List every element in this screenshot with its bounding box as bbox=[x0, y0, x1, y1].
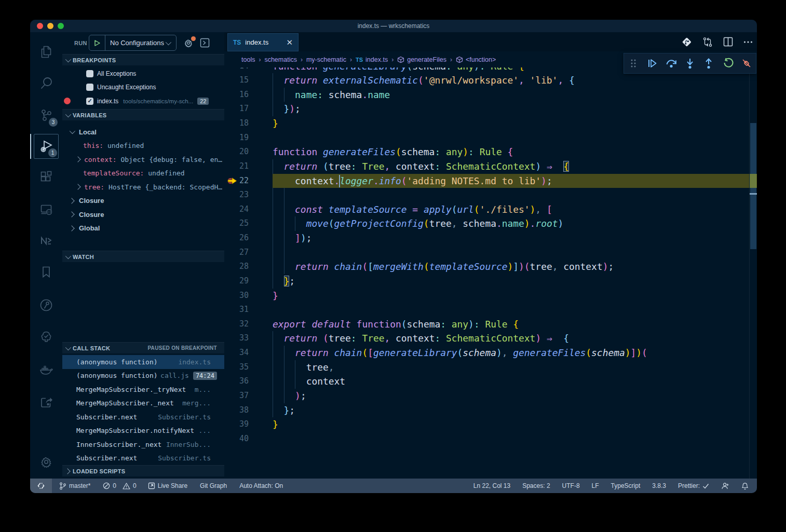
step-over-button[interactable] bbox=[662, 58, 681, 69]
variables-section-header[interactable]: VARIABLES bbox=[62, 109, 224, 120]
branch-icon bbox=[59, 482, 66, 490]
auto-attach-status[interactable]: Auto Attach: On bbox=[239, 482, 283, 489]
live-share-status[interactable]: Live Share bbox=[148, 482, 187, 489]
activity-bar-item-docker[interactable] bbox=[34, 357, 59, 382]
git-action-button[interactable] bbox=[682, 37, 692, 47]
token: = bbox=[412, 204, 418, 215]
breadcrumb-item-generateFiles[interactable]: generateFiles bbox=[397, 56, 446, 63]
activity-bar-item-manage[interactable] bbox=[34, 449, 59, 474]
prettier-status[interactable]: Prettier: bbox=[678, 482, 709, 489]
token: ) bbox=[295, 390, 301, 401]
launch-configuration-dropdown[interactable]: No Configurations bbox=[89, 35, 177, 51]
continue-button[interactable] bbox=[643, 58, 661, 69]
breadcrumb-label: index.ts bbox=[365, 56, 388, 63]
variable-row[interactable]: context: Object {debug: false, en… bbox=[62, 153, 224, 167]
token: 'lib' bbox=[530, 75, 558, 86]
loaded-scripts-section-header[interactable]: LOADED SCRIPTS bbox=[62, 465, 224, 476]
call-stack-frame[interactable]: Subscriber.nextSubscriber.ts bbox=[62, 452, 224, 466]
encoding-status[interactable]: UTF-8 bbox=[562, 482, 580, 489]
language-status[interactable]: TypeScript bbox=[611, 482, 641, 489]
call-stack-frame[interactable]: MergeMapSubscriber._tryNextm... bbox=[62, 383, 224, 397]
activity-bar-item-search[interactable] bbox=[34, 71, 59, 96]
token: templateSource bbox=[329, 204, 407, 215]
title-bar[interactable]: index.ts — wrkschematics bbox=[30, 20, 757, 32]
variables-scope-row[interactable]: Global bbox=[62, 221, 224, 235]
token: ⇒ bbox=[547, 333, 552, 344]
variable-row[interactable]: tree: HostTree {_backend: ScopedH… bbox=[62, 180, 224, 194]
token: ( bbox=[642, 347, 647, 358]
eol-status[interactable]: LF bbox=[592, 482, 599, 489]
token: ) bbox=[519, 261, 524, 272]
variable-row[interactable]: this: undefined bbox=[62, 139, 224, 153]
version-status[interactable]: 3.8.3 bbox=[652, 482, 666, 489]
breakpoint-row[interactable]: All Exceptions bbox=[62, 66, 224, 80]
breadcrumb-item-index.ts[interactable]: TSindex.ts bbox=[356, 56, 388, 63]
breadcrumb-item-tools[interactable]: tools bbox=[241, 56, 255, 63]
breakpoint-row[interactable]: ✓index.tstools/schematics/my-sch...22 bbox=[62, 94, 224, 108]
call-stack-frame[interactable]: Subscriber.nextSubscriber.ts bbox=[62, 410, 224, 424]
code-editor[interactable]: 14function generateLibrary(schema: any):… bbox=[224, 67, 757, 479]
close-tab-icon[interactable]: ✕ bbox=[286, 38, 293, 46]
status-bar-left: master*00Live ShareGit GraphAuto Attach:… bbox=[30, 479, 283, 493]
breadcrumb-item-function[interactable]: <function> bbox=[456, 56, 496, 63]
token bbox=[317, 146, 323, 157]
variables-scope-row[interactable]: Closure bbox=[62, 208, 224, 222]
call-stack-frame[interactable]: (anonymous function)call.js74:24 bbox=[62, 369, 224, 383]
call-stack-frame[interactable]: (anonymous function)index.ts bbox=[62, 355, 224, 369]
token: function bbox=[357, 319, 401, 330]
activity-bar-item-remote-explorer[interactable] bbox=[34, 197, 59, 222]
git-graph-status[interactable]: Git Graph bbox=[200, 482, 227, 489]
cursor-position-status[interactable]: Ln 22, Col 13 bbox=[473, 482, 510, 489]
docker-icon bbox=[39, 362, 53, 377]
problems-status[interactable]: 00 bbox=[103, 482, 136, 489]
call-stack-frame[interactable]: MergeMapSubscriber._nextmerg... bbox=[62, 397, 224, 411]
breakpoint-checkbox[interactable] bbox=[86, 70, 93, 77]
indentation-status[interactable]: Spaces: 2 bbox=[522, 482, 550, 489]
debug-settings-gear-button[interactable] bbox=[183, 38, 194, 50]
activity-bar-item-todo-tree[interactable] bbox=[34, 325, 59, 350]
activity-bar-item-publish[interactable] bbox=[34, 390, 59, 415]
call-stack-frame[interactable]: MergeMapSubscriber.notifyNext... bbox=[62, 424, 224, 438]
code-line-33: 33 return (tree: Tree, context: Schemati… bbox=[224, 331, 749, 346]
disconnect-button[interactable] bbox=[737, 57, 756, 70]
branch-status[interactable]: master* bbox=[59, 482, 90, 490]
step-out-button[interactable] bbox=[699, 58, 718, 69]
call-stack-frame[interactable]: InnerSubscriber._nextInnerSub... bbox=[62, 438, 224, 452]
variables-scope-row[interactable]: Local bbox=[62, 125, 224, 139]
open-changes-button[interactable] bbox=[702, 37, 713, 47]
breakpoint-checkbox[interactable] bbox=[86, 84, 93, 91]
token: ( bbox=[396, 146, 401, 157]
overview-ruler[interactable] bbox=[749, 67, 757, 479]
start-debugging-button[interactable] bbox=[89, 39, 105, 47]
breadcrumb-item-my-schematic[interactable]: my-schematic bbox=[306, 56, 346, 63]
gear-notification-dot bbox=[191, 36, 196, 41]
activity-bar-item-run-and-debug[interactable]: 1 bbox=[34, 134, 59, 159]
variable-row[interactable]: templateSource: undefined bbox=[62, 166, 224, 180]
activity-bar-item-nx-console[interactable] bbox=[34, 228, 59, 253]
tab-index-ts[interactable]: TS index.ts ✕ bbox=[227, 33, 299, 51]
code-line-29: 29 }; bbox=[224, 274, 749, 289]
variables-scope-row[interactable]: Closure bbox=[62, 194, 224, 208]
activity-bar-item-explorer[interactable] bbox=[34, 39, 59, 64]
chevron-right-icon bbox=[69, 225, 74, 231]
call-stack-section-header[interactable]: CALL STACKPAUSED ON BREAKPOINT bbox=[62, 342, 224, 353]
breakpoint-row[interactable]: Uncaught Exceptions bbox=[62, 80, 224, 94]
variable-text: context: Object {debug: false, en… bbox=[84, 156, 222, 163]
token bbox=[485, 67, 491, 72]
watch-section-header[interactable]: WATCH bbox=[62, 251, 224, 262]
activity-bar-item-bookmarks[interactable] bbox=[34, 260, 59, 284]
breadcrumb-item-schematics[interactable]: schematics bbox=[264, 56, 297, 63]
step-into-button[interactable] bbox=[681, 58, 699, 69]
split-editor-button[interactable] bbox=[723, 37, 733, 47]
restart-button[interactable] bbox=[718, 58, 737, 69]
breakpoints-section-header[interactable]: BREAKPOINTS bbox=[62, 54, 224, 65]
feedback-button[interactable] bbox=[721, 482, 729, 489]
notifications-bell[interactable] bbox=[741, 482, 749, 490]
remote-indicator[interactable] bbox=[30, 479, 52, 493]
open-debug-console-button[interactable] bbox=[200, 38, 210, 50]
breakpoint-checkbox[interactable]: ✓ bbox=[86, 98, 93, 105]
activity-bar-item-extensions[interactable] bbox=[34, 165, 59, 190]
activity-bar-item-resource-view[interactable] bbox=[34, 293, 59, 318]
activity-bar-item-source-control[interactable]: 3 bbox=[34, 103, 59, 128]
more-actions-button[interactable] bbox=[743, 40, 753, 44]
